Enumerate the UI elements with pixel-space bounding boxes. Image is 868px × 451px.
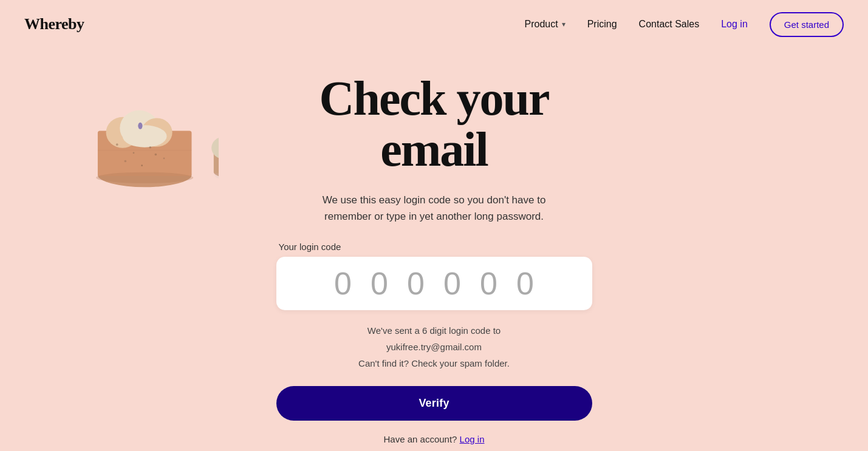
nav-links: Product ▾ Pricing Contact Sales Log in G… bbox=[525, 12, 844, 37]
code-digit-2: 0 bbox=[366, 268, 393, 299]
verify-button[interactable]: Verify bbox=[276, 386, 592, 421]
svg-point-7 bbox=[133, 152, 135, 154]
sent-line2: Can't find it? Check your spam folder. bbox=[358, 358, 510, 368]
code-digit-1: 0 bbox=[330, 268, 357, 299]
check-email-panel: Check your email We use this easy login … bbox=[276, 73, 592, 444]
sent-email: yukifree.try@gmail.com bbox=[386, 342, 482, 352]
nav-pricing[interactable]: Pricing bbox=[587, 19, 617, 30]
nav-login[interactable]: Log in bbox=[721, 19, 748, 30]
account-text-static: Have an account? bbox=[384, 434, 457, 444]
sent-line1: We've sent a 6 digit login code to bbox=[367, 325, 501, 336]
code-digit-5: 0 bbox=[476, 268, 502, 299]
account-login-link[interactable]: Log in bbox=[460, 434, 485, 444]
page-title: Check your email bbox=[276, 73, 592, 175]
illustration bbox=[49, 73, 219, 194]
nav-product[interactable]: Product ▾ bbox=[525, 19, 566, 30]
logo[interactable]: Whereby bbox=[24, 15, 84, 33]
subtitle-text: We use this easy login code so you don't… bbox=[301, 192, 568, 225]
sent-info: We've sent a 6 digit login code to yukif… bbox=[358, 322, 510, 371]
svg-point-9 bbox=[163, 158, 165, 160]
svg-point-11 bbox=[141, 164, 143, 166]
nav-contact-sales[interactable]: Contact Sales bbox=[639, 19, 700, 30]
code-digit-4: 0 bbox=[439, 268, 466, 299]
svg-point-8 bbox=[149, 146, 151, 149]
account-prompt: Have an account? Log in bbox=[384, 434, 485, 444]
code-digit-6: 0 bbox=[512, 268, 539, 299]
svg-point-10 bbox=[125, 160, 127, 163]
svg-point-25 bbox=[138, 123, 142, 129]
svg-point-18 bbox=[211, 137, 219, 158]
main-content: Check your email We use this easy login … bbox=[0, 49, 868, 444]
chevron-down-icon: ▾ bbox=[562, 20, 566, 29]
svg-point-14 bbox=[96, 172, 193, 183]
svg-point-6 bbox=[116, 143, 118, 146]
navbar: Whereby Product ▾ Pricing Contact Sales … bbox=[0, 0, 868, 49]
code-label: Your login code bbox=[279, 242, 341, 252]
svg-point-12 bbox=[155, 154, 157, 156]
code-input-box[interactable]: 0 0 0 0 0 0 bbox=[276, 257, 592, 310]
get-started-button[interactable]: Get started bbox=[770, 12, 844, 37]
svg-point-5 bbox=[123, 125, 167, 147]
code-digit-3: 0 bbox=[403, 268, 429, 299]
